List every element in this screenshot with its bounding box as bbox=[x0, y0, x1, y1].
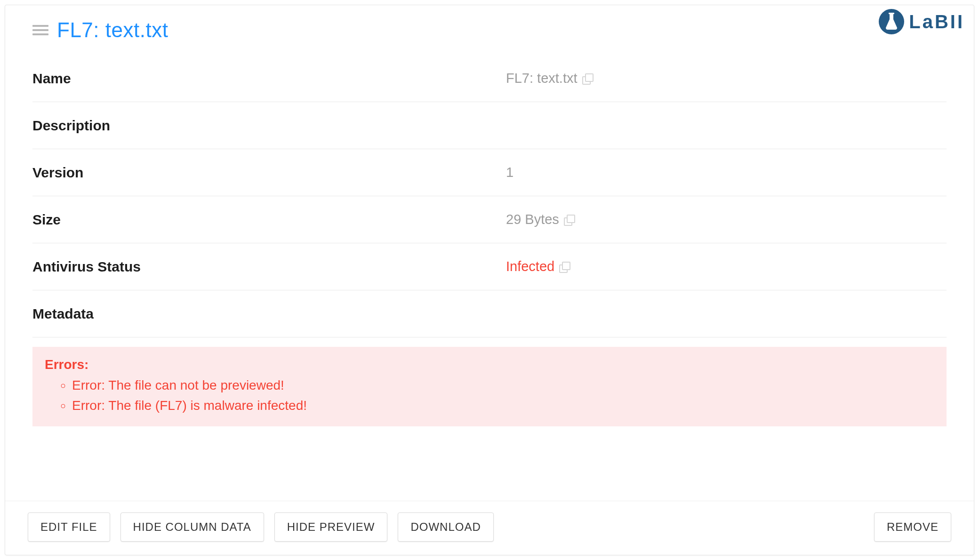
copy-icon[interactable] bbox=[582, 73, 593, 84]
row-description: Description bbox=[32, 102, 947, 149]
label-description: Description bbox=[32, 118, 506, 134]
brand-name: LaBII bbox=[909, 11, 964, 32]
file-card: LaBII FL7: text.txt Name FL7: text.txt D… bbox=[5, 5, 974, 555]
value-version: 1 bbox=[506, 165, 514, 180]
value-antivirus: Infected bbox=[506, 259, 570, 274]
value-antivirus-text: Infected bbox=[506, 259, 554, 274]
brand-logo: LaBII bbox=[879, 9, 964, 34]
error-item: Error: The file (FL7) is malware infecte… bbox=[72, 395, 934, 416]
details-body: Name FL7: text.txt Description Version 1 bbox=[5, 46, 974, 501]
value-name: FL7: text.txt bbox=[506, 71, 593, 86]
label-metadata: Metadata bbox=[32, 306, 506, 322]
value-version-text: 1 bbox=[506, 165, 514, 180]
error-item: Error: The file can not be previewed! bbox=[72, 375, 934, 395]
value-name-text: FL7: text.txt bbox=[506, 71, 578, 86]
remove-button[interactable]: REMOVE bbox=[874, 512, 951, 542]
copy-icon[interactable] bbox=[564, 215, 574, 225]
row-name: Name FL7: text.txt bbox=[32, 55, 947, 102]
row-version: Version 1 bbox=[32, 149, 947, 196]
download-button[interactable]: DOWNLOAD bbox=[398, 512, 493, 542]
errors-list: Error: The file can not be previewed! Er… bbox=[45, 375, 934, 416]
errors-panel: Errors: Error: The file can not be previ… bbox=[32, 347, 947, 426]
edit-file-button[interactable]: EDIT FILE bbox=[28, 512, 110, 542]
hide-column-button[interactable]: HIDE COLUMN DATA bbox=[120, 512, 264, 542]
row-size: Size 29 Bytes bbox=[32, 196, 947, 243]
hide-preview-button[interactable]: HIDE PREVIEW bbox=[274, 512, 388, 542]
errors-title: Errors: bbox=[45, 357, 934, 372]
page-title: FL7: text.txt bbox=[57, 18, 168, 42]
row-antivirus: Antivirus Status Infected bbox=[32, 243, 947, 290]
svg-rect-0 bbox=[889, 13, 894, 14]
label-version: Version bbox=[32, 165, 506, 181]
value-size-text: 29 Bytes bbox=[506, 212, 559, 227]
row-metadata: Metadata bbox=[32, 290, 947, 337]
label-size: Size bbox=[32, 212, 506, 228]
hamburger-icon[interactable] bbox=[32, 25, 48, 35]
label-name: Name bbox=[32, 71, 506, 87]
copy-icon[interactable] bbox=[559, 262, 570, 272]
header: FL7: text.txt bbox=[5, 5, 974, 46]
flask-icon bbox=[879, 9, 904, 34]
action-bar: EDIT FILE HIDE COLUMN DATA HIDE PREVIEW … bbox=[5, 501, 974, 555]
label-antivirus: Antivirus Status bbox=[32, 259, 506, 275]
value-size: 29 Bytes bbox=[506, 212, 574, 227]
